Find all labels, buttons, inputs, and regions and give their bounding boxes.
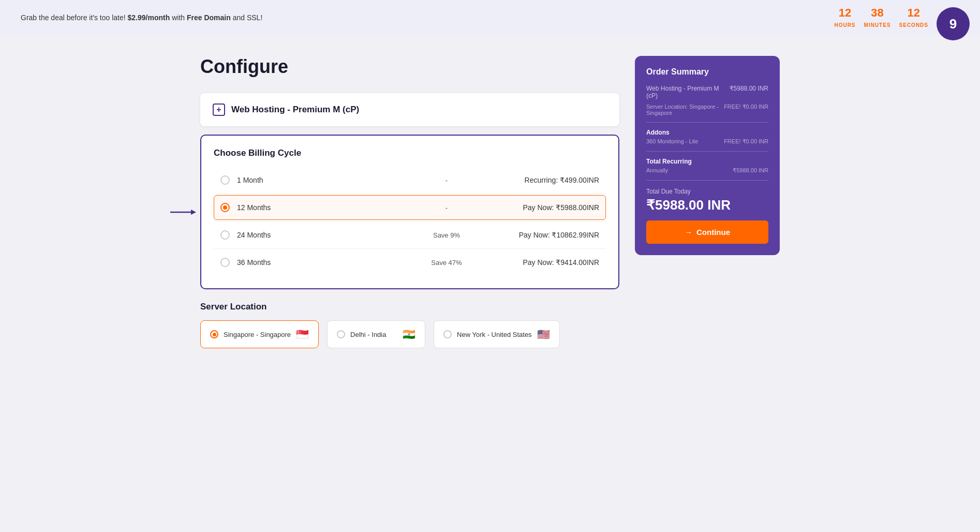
continue-arrow: →	[685, 228, 692, 237]
billing-option-24months[interactable]: 24 Months Save 9% Pay Now: ₹10862.99INR	[214, 223, 606, 247]
total-due-label: Total Due Today	[646, 188, 768, 195]
summary-addon-row: 360 Monitoring - Lite FREE! ₹0.00 INR	[646, 138, 768, 145]
billing-save-12months: -	[377, 204, 516, 212]
radio-singapore	[210, 330, 218, 338]
product-card: + Web Hosting - Premium M (cP)	[200, 93, 619, 126]
user-avatar[interactable]: 9	[937, 7, 970, 40]
summary-product-price: ₹5988.00 INR	[730, 85, 768, 92]
location-singapore[interactable]: Singapore - Singapore 🇸🇬	[200, 320, 319, 348]
billing-save-1month: -	[377, 176, 516, 184]
summary-product-label: Web Hosting - Premium M (cP)	[646, 85, 730, 99]
server-location-section: Server Location Singapore - Singapore 🇸🇬…	[200, 302, 619, 348]
arrow-indicator	[170, 207, 196, 217]
billing-option-12months[interactable]: 12 Months - Pay Now: ₹5988.00INR	[214, 195, 606, 220]
summary-product-row: Web Hosting - Premium M (cP) ₹5988.00 IN…	[646, 85, 768, 99]
summary-recurring-row: Annually ₹5988.00 INR	[646, 167, 768, 174]
countdown-seconds: 12 SECONDS	[899, 6, 928, 29]
billing-save-24months: Save 9%	[377, 231, 516, 239]
billing-cycle-section: Choose Billing Cycle 1 Month - Recurring…	[200, 135, 619, 289]
location-newyork[interactable]: New York - United States 🇺🇸	[434, 320, 560, 348]
summary-addon-label: 360 Monitoring - Lite	[646, 138, 724, 144]
continue-button[interactable]: → Continue	[646, 220, 768, 244]
top-banner: Grab the deal before it's too late! $2.9…	[0, 0, 980, 35]
flag-usa: 🇺🇸	[537, 328, 550, 341]
summary-server-label: Server Location: Singapore - Singapore	[646, 104, 724, 116]
total-due-amount: ₹5988.00 INR	[646, 197, 768, 213]
billing-label-36months: 36 Months	[237, 258, 377, 267]
countdown-minutes: 38 MINUTES	[864, 6, 891, 29]
billing-option-36months[interactable]: 36 Months Save 47% Pay Now: ₹9414.00INR	[214, 250, 606, 275]
billing-option-1month[interactable]: 1 Month - Recurring: ₹499.00INR	[214, 168, 606, 193]
billing-price-12months: Pay Now: ₹5988.00INR	[516, 203, 599, 212]
radio-24months	[220, 230, 230, 240]
page-title: Configure	[200, 56, 619, 78]
countdown-timer: 12 HOURS 38 MINUTES 12 SECONDS	[834, 6, 928, 29]
summary-addon-price: FREE! ₹0.00 INR	[724, 138, 768, 145]
order-summary: Order Summary Web Hosting - Premium M (c…	[635, 56, 780, 255]
right-panel: Order Summary Web Hosting - Premium M (c…	[635, 56, 780, 348]
summary-server-price: FREE! ₹0.00 INR	[724, 104, 768, 110]
billing-title: Choose Billing Cycle	[214, 148, 606, 158]
order-summary-title: Order Summary	[646, 67, 768, 77]
radio-newyork	[443, 330, 452, 338]
flag-singapore: 🇸🇬	[296, 328, 309, 341]
radio-36months	[220, 258, 230, 267]
location-delhi[interactable]: Delhi - India 🇮🇳	[327, 320, 425, 348]
summary-recurring-price: ₹5988.00 INR	[733, 167, 768, 174]
location-name-singapore: Singapore - Singapore	[224, 331, 291, 338]
total-due-section: Total Due Today ₹5988.00 INR	[646, 188, 768, 213]
svg-marker-1	[191, 210, 196, 215]
billing-label-24months: 24 Months	[237, 231, 377, 239]
billing-price-36months: Pay Now: ₹9414.00INR	[516, 258, 599, 267]
addons-title: Addons	[646, 129, 768, 136]
product-icon: +	[213, 104, 225, 116]
location-name-newyork: New York - United States	[457, 331, 532, 338]
total-recurring-title: Total Recurring	[646, 158, 768, 165]
radio-delhi	[337, 330, 345, 338]
server-location-title: Server Location	[200, 302, 619, 312]
radio-12months	[220, 203, 230, 212]
location-name-delhi: Delhi - India	[350, 331, 397, 338]
summary-recurring-period: Annually	[646, 167, 733, 173]
banner-text: Grab the deal before it's too late! $2.9…	[21, 13, 262, 22]
billing-price-1month: Recurring: ₹499.00INR	[516, 176, 599, 184]
billing-label-1month: 1 Month	[237, 176, 377, 184]
continue-label: Continue	[696, 228, 730, 237]
summary-server-row: Server Location: Singapore - Singapore F…	[646, 104, 768, 116]
main-content: Configure + Web Hosting - Premium M (cP)…	[180, 35, 800, 369]
countdown-hours: 12 HOURS	[834, 6, 855, 29]
billing-price-24months: Pay Now: ₹10862.99INR	[516, 231, 599, 239]
flag-india: 🇮🇳	[403, 328, 415, 341]
billing-save-36months: Save 47%	[377, 259, 516, 267]
server-locations-list: Singapore - Singapore 🇸🇬 Delhi - India 🇮…	[200, 320, 619, 348]
left-panel: Configure + Web Hosting - Premium M (cP)…	[200, 56, 619, 348]
product-name: Web Hosting - Premium M (cP)	[231, 105, 359, 115]
billing-label-12months: 12 Months	[237, 203, 377, 212]
radio-1month	[220, 175, 230, 185]
